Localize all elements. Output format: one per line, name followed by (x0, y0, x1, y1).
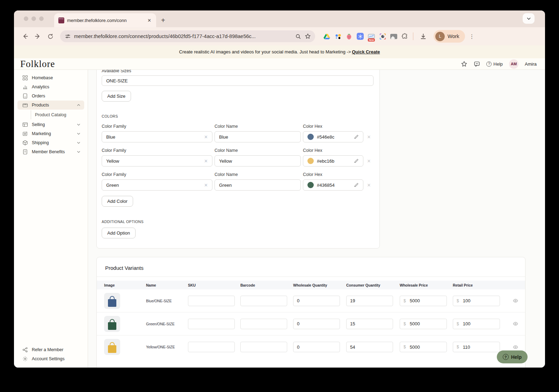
variant-image[interactable] (104, 339, 120, 355)
color-family-input[interactable]: Green ✕ (102, 179, 212, 191)
color-name-input[interactable]: Yellow (215, 155, 301, 167)
color-hex-input[interactable]: #ebc16b (303, 155, 363, 167)
sidebar-item-marketing[interactable]: Marketing (17, 129, 84, 138)
header-help-button[interactable]: ? Help (486, 61, 503, 67)
sidebar-item-orders[interactable]: Orders (17, 91, 84, 101)
variant-image[interactable] (104, 316, 120, 332)
quick-create-link[interactable]: Quick Create (352, 49, 380, 54)
sidebar-item-homebase[interactable]: Homebase (17, 73, 84, 82)
sidebar-item-analytics[interactable]: Analytics (17, 82, 84, 91)
barcode-input[interactable] (240, 296, 287, 306)
screen-capture-extension-icon[interactable] (379, 32, 386, 40)
site-settings-icon[interactable] (65, 34, 71, 39)
user-avatar[interactable]: AM (509, 59, 518, 69)
color-family-input[interactable]: Blue ✕ (102, 131, 212, 142)
clear-icon[interactable]: ✕ (204, 183, 208, 188)
sku-input[interactable] (188, 319, 235, 329)
favorites-star-icon[interactable] (461, 61, 467, 67)
back-button[interactable] (20, 31, 31, 42)
consumer-quantity-input[interactable] (346, 296, 393, 306)
product-options-card: Available Sizes Add Size COLORS Color Fa… (96, 70, 380, 249)
consumer-quantity-input[interactable] (346, 319, 393, 329)
wholesale-price-input[interactable]: $5000 (400, 296, 447, 306)
sidebar-item-products[interactable]: Products (17, 101, 84, 110)
color-swatch (307, 134, 314, 140)
new-extension-icon[interactable]: New (368, 32, 375, 40)
folklore-logo[interactable]: Folklore (20, 59, 55, 69)
color-name-value: Yellow (219, 158, 232, 164)
clear-icon[interactable]: ✕ (204, 158, 208, 164)
tab-close-icon[interactable]: ✕ (146, 18, 153, 23)
variant-name: Yellow/ONE-SIZE (146, 345, 188, 349)
drive-extension-icon[interactable] (323, 32, 331, 40)
wholesale-price-input[interactable]: $5000 (400, 319, 447, 329)
feedback-chat-icon[interactable] (474, 61, 480, 67)
sidebar-item-product-catalog[interactable]: Product Catalog (31, 110, 88, 119)
window-controls (24, 16, 44, 21)
downloads-button[interactable] (418, 31, 429, 42)
url-bar[interactable]: member.thefolklore.com/connect/products/… (60, 30, 315, 42)
color-hex-input[interactable]: #436854 (303, 179, 363, 191)
edit-pencil-icon[interactable] (354, 158, 359, 163)
refresh-button[interactable] (45, 31, 56, 42)
remove-color-button[interactable]: ✕ (365, 158, 372, 167)
edit-pencil-icon[interactable] (354, 134, 359, 139)
sidebar-item-selling[interactable]: Selling (17, 120, 84, 129)
refer-a-member-button[interactable]: Refer a Member (17, 345, 84, 354)
zoom-page-icon[interactable] (295, 34, 301, 39)
strawberry-extension-icon[interactable] (345, 32, 353, 40)
zoom-window-button[interactable] (39, 16, 44, 21)
extensions-puzzle-icon[interactable] (401, 32, 409, 40)
image-extension-icon[interactable] (390, 32, 398, 40)
forward-button[interactable] (32, 31, 43, 42)
remove-color-button[interactable]: ✕ (365, 183, 372, 191)
floating-help-button[interactable]: ? Help (497, 350, 528, 363)
visibility-eye-icon[interactable] (506, 345, 525, 350)
visibility-eye-icon[interactable] (506, 298, 525, 303)
close-window-button[interactable] (24, 16, 28, 21)
col-barcode: Barcode (240, 283, 293, 287)
wholesale-quantity-input[interactable] (293, 342, 340, 352)
minimize-window-button[interactable] (31, 16, 36, 21)
sidebar-item-shipping[interactable]: Shipping (17, 138, 84, 147)
add-option-button[interactable]: Add Option (102, 228, 136, 238)
visibility-eye-icon[interactable] (506, 321, 525, 326)
color-family-input[interactable]: Yellow ✕ (102, 155, 212, 167)
col-image: Image (104, 283, 146, 287)
barcode-input[interactable] (240, 342, 287, 352)
add-size-button[interactable]: Add Size (102, 91, 131, 102)
available-sizes-input[interactable] (102, 75, 373, 86)
sidebar-item-label: Analytics (32, 84, 49, 89)
retail-price-input[interactable]: $100 (453, 319, 500, 329)
retail-price-input[interactable]: $100 (453, 296, 500, 306)
url-text[interactable]: member.thefolklore.com/connect/products/… (74, 34, 292, 39)
add-color-button[interactable]: Add Color (102, 196, 133, 207)
sku-input[interactable] (188, 296, 235, 306)
retail-price-input[interactable]: $110 (453, 342, 500, 352)
google-dots-extension-icon[interactable] (334, 32, 342, 40)
edit-pencil-icon[interactable] (354, 183, 359, 187)
browser-tab[interactable]: folk lore member.thefolklore.com/conn ✕ (54, 13, 156, 27)
browser-profile-chip[interactable]: L Work (434, 30, 465, 43)
wholesale-quantity-input[interactable] (293, 296, 340, 306)
clear-icon[interactable]: ✕ (204, 134, 208, 140)
tab-search-button[interactable] (523, 13, 535, 24)
bookmark-star-icon[interactable] (305, 33, 311, 39)
browser-menu-kebab-icon[interactable]: ⋮ (469, 33, 475, 40)
sidebar-item-member-benefits[interactable]: Member Benefits (17, 147, 84, 156)
color-name-value: Blue (219, 134, 228, 140)
color-name-label: Color Name (215, 172, 301, 177)
new-tab-button[interactable]: + (161, 16, 165, 24)
account-settings-button[interactable]: Account Settings (17, 354, 84, 363)
remove-color-button[interactable]: ✕ (365, 134, 372, 142)
barcode-input[interactable] (240, 319, 287, 329)
color-name-input[interactable]: Blue (215, 131, 301, 142)
color-name-input[interactable]: Green (215, 179, 301, 191)
snowflake-extension-icon[interactable] (356, 32, 364, 40)
wholesale-price-input[interactable]: $5000 (400, 342, 447, 352)
color-hex-input[interactable]: #546e8c (303, 131, 363, 142)
sku-input[interactable] (188, 342, 235, 352)
variant-image[interactable] (104, 293, 120, 309)
consumer-quantity-input[interactable] (346, 342, 393, 352)
wholesale-quantity-input[interactable] (293, 319, 340, 329)
